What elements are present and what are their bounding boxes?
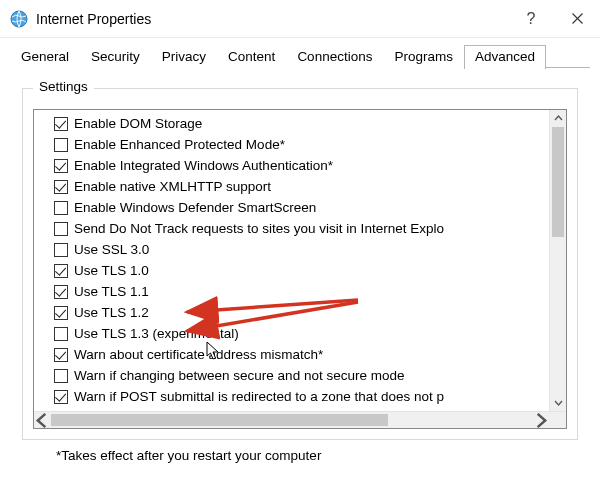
checkbox[interactable]: [54, 306, 68, 320]
scroll-up-button[interactable]: [550, 110, 566, 127]
chevron-down-icon: [554, 398, 563, 407]
setting-row[interactable]: Warn about certificate address mismatch*: [40, 344, 566, 365]
horizontal-scrollbar[interactable]: [34, 411, 566, 428]
checkbox[interactable]: [54, 159, 68, 173]
tab-content[interactable]: Content: [217, 45, 286, 68]
settings-listbox[interactable]: Enable DOM StorageEnable Enhanced Protec…: [33, 109, 567, 429]
vertical-scrollbar[interactable]: [549, 110, 566, 411]
scrollbar-corner: [549, 412, 566, 428]
help-button[interactable]: ?: [508, 1, 554, 37]
tab-advanced[interactable]: Advanced: [464, 45, 546, 69]
scroll-thumb-vertical[interactable]: [552, 127, 564, 237]
setting-label: Warn about certificate address mismatch*: [74, 347, 323, 362]
scroll-track-vertical[interactable]: [550, 127, 566, 394]
setting-row[interactable]: Use TLS 1.3 (experimental): [40, 323, 566, 344]
scroll-track-horizontal[interactable]: [51, 412, 532, 428]
checkbox[interactable]: [54, 390, 68, 404]
setting-label: Warn if POST submittal is redirected to …: [74, 389, 444, 404]
setting-row[interactable]: Warn if POST submittal is redirected to …: [40, 386, 566, 407]
setting-label: Use TLS 1.3 (experimental): [74, 326, 239, 341]
setting-label: Enable DOM Storage: [74, 116, 202, 131]
setting-row[interactable]: Enable Integrated Windows Authentication…: [40, 155, 566, 176]
checkbox[interactable]: [54, 138, 68, 152]
setting-row[interactable]: Send Do Not Track requests to sites you …: [40, 218, 566, 239]
scroll-thumb-horizontal[interactable]: [51, 414, 388, 426]
window-title: Internet Properties: [36, 11, 508, 27]
setting-row[interactable]: Enable Windows Defender SmartScreen: [40, 197, 566, 218]
setting-row[interactable]: Enable Enhanced Protected Mode*: [40, 134, 566, 155]
setting-label: Warn if changing between secure and not …: [74, 368, 404, 383]
setting-label: Enable Integrated Windows Authentication…: [74, 158, 333, 173]
checkbox[interactable]: [54, 369, 68, 383]
tab-programs[interactable]: Programs: [383, 45, 464, 68]
titlebar: Internet Properties ?: [0, 0, 600, 38]
setting-label: Use SSL 3.0: [74, 242, 149, 257]
setting-label: Send Do Not Track requests to sites you …: [74, 221, 444, 236]
tab-connections[interactable]: Connections: [286, 45, 383, 68]
scroll-right-button[interactable]: [532, 412, 549, 428]
tab-general[interactable]: General: [10, 45, 80, 68]
setting-row[interactable]: Use TLS 1.1: [40, 281, 566, 302]
checkbox[interactable]: [54, 264, 68, 278]
setting-label: Use TLS 1.0: [74, 263, 149, 278]
settings-group: Settings Enable DOM StorageEnable Enhanc…: [22, 88, 578, 440]
checkbox[interactable]: [54, 285, 68, 299]
checkbox[interactable]: [54, 117, 68, 131]
tab-privacy[interactable]: Privacy: [151, 45, 217, 68]
scroll-down-button[interactable]: [550, 394, 566, 411]
chevron-right-icon: [532, 412, 549, 429]
settings-footnote: *Takes effect after you restart your com…: [56, 448, 578, 463]
svg-point-0: [11, 11, 27, 27]
checkbox[interactable]: [54, 222, 68, 236]
setting-row[interactable]: Use TLS 1.2: [40, 302, 566, 323]
checkbox[interactable]: [54, 201, 68, 215]
settings-list-viewport: Enable DOM StorageEnable Enhanced Protec…: [34, 110, 566, 411]
checkbox[interactable]: [54, 348, 68, 362]
internet-options-icon: [10, 10, 28, 28]
checkbox[interactable]: [54, 327, 68, 341]
setting-row[interactable]: Warn if changing between secure and not …: [40, 365, 566, 386]
chevron-left-icon: [34, 412, 51, 429]
setting-row[interactable]: Use TLS 1.0: [40, 260, 566, 281]
setting-label: Use TLS 1.1: [74, 284, 149, 299]
setting-label: Enable Windows Defender SmartScreen: [74, 200, 316, 215]
tab-security[interactable]: Security: [80, 45, 151, 68]
checkbox[interactable]: [54, 180, 68, 194]
checkbox[interactable]: [54, 243, 68, 257]
setting-row[interactable]: Enable DOM Storage: [40, 113, 566, 134]
settings-list-inner: Enable DOM StorageEnable Enhanced Protec…: [34, 110, 566, 407]
tab-panel-advanced: Settings Enable DOM StorageEnable Enhanc…: [0, 68, 600, 463]
close-button[interactable]: [554, 1, 600, 37]
scroll-left-button[interactable]: [34, 412, 51, 428]
chevron-up-icon: [554, 114, 563, 123]
setting-row[interactable]: Enable native XMLHTTP support: [40, 176, 566, 197]
setting-label: Use TLS 1.2: [74, 305, 149, 320]
settings-group-label: Settings: [33, 79, 94, 94]
close-icon: [572, 13, 583, 24]
setting-row[interactable]: Use SSL 3.0: [40, 239, 566, 260]
setting-label: Enable Enhanced Protected Mode*: [74, 137, 285, 152]
tab-strip: GeneralSecurityPrivacyContentConnections…: [0, 38, 600, 68]
setting-label: Enable native XMLHTTP support: [74, 179, 271, 194]
